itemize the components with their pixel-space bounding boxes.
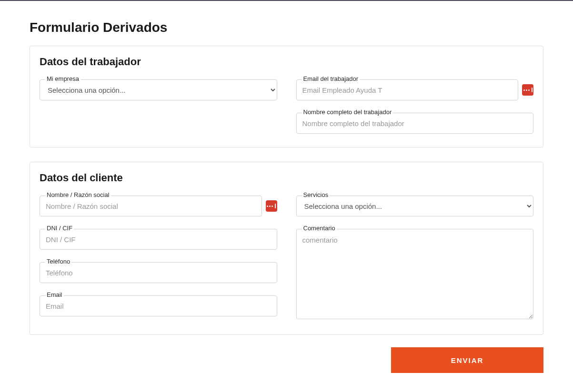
client-name-input[interactable] [40, 196, 262, 216]
worker-email-field: Email del trabajador [296, 79, 534, 100]
client-email-input[interactable] [40, 295, 277, 316]
page-container: Formulario Derivados Datos del trabajado… [0, 1, 573, 387]
services-label: Servicios [302, 191, 330, 198]
client-email-field: Email [40, 295, 277, 316]
client-dni-label: DNI / CIF [45, 225, 74, 232]
company-label: Mi empresa [45, 75, 80, 82]
worker-email-input[interactable] [296, 79, 519, 100]
company-field: Mi empresa Selecciona una opción... [40, 79, 277, 100]
services-field: Servicios Selecciona una opción... [296, 196, 534, 216]
comment-label: Comentario [302, 225, 337, 232]
client-row: Nombre / Razón social DNI / CIF Teléfono [40, 196, 533, 321]
worker-col-right: Email del trabajador Nombre completo del… [296, 79, 534, 134]
client-dni-field: DNI / CIF [40, 229, 277, 250]
client-name-field: Nombre / Razón social [40, 196, 277, 216]
worker-section-panel: Datos del trabajador Mi empresa Seleccio… [30, 46, 543, 147]
worker-row: Mi empresa Selecciona una opción... Emai… [40, 79, 533, 134]
client-name-label: Nombre / Razón social [45, 191, 111, 198]
worker-col-left: Mi empresa Selecciona una opción... [40, 79, 277, 100]
client-phone-input[interactable] [40, 262, 277, 283]
page-title: Formulario Derivados [30, 20, 543, 35]
password-manager-icon[interactable] [266, 200, 277, 212]
worker-email-wrap [296, 79, 534, 100]
client-email-label: Email [45, 291, 64, 298]
client-phone-label: Teléfono [45, 258, 71, 265]
client-section-panel: Datos del cliente Nombre / Razón social … [30, 162, 543, 335]
worker-fullname-input[interactable] [296, 113, 534, 134]
company-select[interactable]: Selecciona una opción... [40, 79, 277, 100]
comment-textarea[interactable] [296, 229, 534, 319]
client-name-wrap [40, 196, 277, 216]
worker-fullname-label: Nombre completo del trabajador [302, 108, 393, 116]
submit-button[interactable]: ENVIAR [391, 347, 543, 373]
worker-fullname-field: Nombre completo del trabajador [296, 113, 534, 134]
client-dni-input[interactable] [40, 229, 277, 250]
client-col-left: Nombre / Razón social DNI / CIF Teléfono [40, 196, 277, 316]
worker-section-title: Datos del trabajador [40, 56, 533, 68]
password-manager-icon[interactable] [522, 84, 533, 96]
services-select[interactable]: Selecciona una opción... [296, 196, 534, 216]
client-section-title: Datos del cliente [40, 172, 533, 184]
worker-email-label: Email del trabajador [302, 75, 360, 82]
comment-field: Comentario [296, 229, 534, 321]
button-row: ENVIAR [30, 347, 543, 373]
client-col-right: Servicios Selecciona una opción... Comen… [296, 196, 534, 321]
client-phone-field: Teléfono [40, 262, 277, 283]
